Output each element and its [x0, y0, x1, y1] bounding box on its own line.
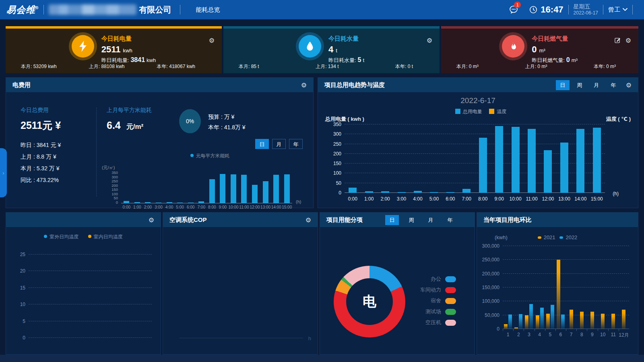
kpi-yesterday-label: 昨日耗燃气量: [532, 57, 565, 63]
gear-icon[interactable]: ⚙ [149, 216, 154, 224]
weekday: 星期五 [574, 3, 598, 10]
bar-series [121, 173, 292, 203]
gear-icon[interactable]: ⚙ [305, 216, 311, 224]
sqm-value: 6.4 [107, 120, 121, 131]
period-tabs: 日 周 月 年 [385, 215, 457, 225]
kpi-stat-lastmonth: 上月: 134 t [316, 63, 339, 70]
nav-item-energy-overview[interactable]: 能耗总览 [196, 6, 220, 14]
bar-2021 [557, 260, 560, 329]
water-drop-icon [299, 35, 321, 58]
user-menu[interactable]: 曾工 [608, 6, 627, 14]
tab-month[interactable]: 月 [590, 80, 603, 90]
bar [241, 175, 247, 203]
period-tabs: 日 月 年 [255, 139, 303, 149]
kpi-unit: t [336, 48, 337, 54]
bar [252, 185, 258, 203]
bar-2021 [536, 315, 539, 329]
gear-icon[interactable]: ⚙ [301, 81, 307, 89]
legend-item: 空压机 [420, 319, 456, 326]
x-tick-label: 14:00 [271, 205, 282, 209]
divider [43, 5, 44, 14]
gear-icon[interactable]: ⚙ [427, 37, 432, 44]
kpi-yesterday-unit: m³ [572, 57, 578, 63]
bar [398, 192, 406, 193]
x-tick-label: 3:00 [393, 196, 409, 202]
tab-month[interactable]: 月 [272, 139, 286, 149]
legend-label: 办公 [431, 275, 441, 283]
bar-slot [271, 173, 282, 203]
panel-ac-cop: 空调系统COP ⚙ h [163, 212, 318, 355]
x-tick-label: 9:00 [491, 196, 507, 202]
gear-icon[interactable]: ⚙ [625, 37, 631, 44]
y-tick-label: 250 [111, 179, 121, 183]
panel-daily-temperature: ⚙ 室外日均温度 室内日均温度 0510152025 [6, 212, 161, 355]
panel-energy-breakdown: 项目用能分项 日 周 月 年 电 办公车间动力宿舍测试场空压机 [320, 212, 475, 355]
bar-slot [153, 173, 164, 203]
bar [512, 127, 520, 193]
x-tick-label: 6 [555, 332, 566, 339]
x-tick-label: 3:00 [153, 205, 164, 209]
bar-2021 [580, 312, 584, 329]
energy-donut-chart: 电 [334, 266, 405, 337]
mini-chart-y-unit: (元/㎡) [102, 165, 115, 171]
x-tick-label: 11:00 [239, 205, 250, 209]
bar-series [345, 124, 605, 193]
temperature-chart: 0510152025 [29, 254, 152, 338]
edit-icon[interactable] [615, 37, 621, 43]
panel-title: 当年项目用电环比 [483, 216, 532, 224]
gear-icon[interactable]: ⚙ [626, 81, 632, 89]
bar-slot [217, 173, 228, 203]
x-tick-label: 8 [576, 332, 587, 339]
legend-label: 宿舍 [431, 297, 441, 304]
bar-slot [250, 173, 260, 203]
bar-slot [572, 124, 588, 193]
bar [167, 202, 172, 203]
y-tick-label: 0 [497, 326, 503, 332]
legend-item: 测试场 [420, 308, 456, 315]
tab-month[interactable]: 月 [424, 215, 438, 225]
legend-dot-indoor [88, 235, 91, 238]
bar-slot [556, 124, 572, 193]
tab-day[interactable]: 日 [385, 215, 399, 225]
sidebar-expand-handle[interactable]: › [0, 148, 7, 197]
message-button[interactable]: 1 [509, 5, 519, 14]
date-box: 星期五 2022-06-17 [574, 3, 598, 17]
divider [568, 5, 569, 14]
x-tick-label: 2:00 [377, 196, 393, 202]
bar-slot [281, 173, 292, 203]
x-tick-label: 12:00 [250, 205, 260, 209]
user-name: 曾工 [608, 6, 620, 14]
y-tick-label: 10 [20, 302, 29, 307]
date: 2022-06-17 [574, 10, 598, 16]
tab-week[interactable]: 周 [405, 215, 418, 225]
trend-x-labels: 0:001:002:003:004:005:006:007:008:009:00… [345, 196, 605, 202]
gear-icon[interactable]: ⚙ [209, 37, 215, 44]
x-tick-label: 1:00 [132, 205, 143, 209]
x-tick-label: 13:00 [556, 196, 572, 202]
bar [220, 174, 225, 203]
topbar-right: 1 16:47 星期五 2022-06-17 曾工 [509, 3, 638, 17]
x-tick-label: 5:00 [175, 205, 186, 209]
clock-icon [529, 6, 537, 14]
bar-slot [207, 173, 218, 203]
bar-slot [228, 173, 239, 203]
tab-year[interactable]: 年 [289, 139, 303, 149]
tab-day[interactable]: 日 [255, 139, 269, 149]
x-tick-label: 9:00 [217, 205, 228, 209]
x-tick-label: 1:00 [361, 196, 377, 202]
legend-label: 空压机 [425, 319, 441, 326]
bar-slot [175, 173, 186, 203]
tab-week[interactable]: 周 [573, 80, 586, 90]
tab-year[interactable]: 年 [607, 80, 620, 90]
cost-row-month: 本月 : 5.32 万 ¥ [21, 165, 61, 172]
kpi-title: 今日耗电量 [101, 35, 156, 43]
bottom-strip [0, 355, 644, 362]
x-tick-label: 5 [545, 332, 555, 339]
divider [96, 108, 97, 197]
kpi-yesterday-value: 0 [566, 56, 570, 63]
tab-day[interactable]: 日 [556, 80, 570, 90]
cost-row-yesterday: 昨日 : 3841 元 ¥ [21, 142, 61, 149]
y-tick-label: 150 [333, 161, 345, 166]
kpi-stat-year: 本年: 0 t [395, 63, 413, 70]
tab-year[interactable]: 年 [443, 215, 457, 225]
